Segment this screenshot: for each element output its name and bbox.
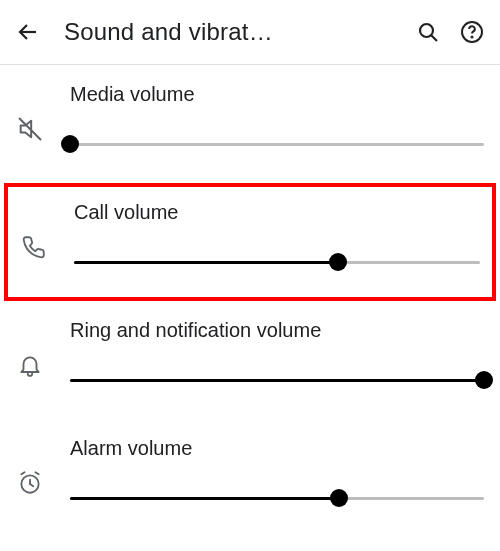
- volume-row-media: Media volume: [0, 65, 500, 183]
- slider-thumb[interactable]: [475, 371, 493, 389]
- app-header: Sound and vibrat…: [0, 0, 500, 64]
- slider-thumb[interactable]: [329, 253, 347, 271]
- svg-line-9: [21, 472, 24, 474]
- slider-fill: [70, 379, 484, 382]
- volume-slider-media[interactable]: [70, 134, 484, 154]
- volume-slider-call[interactable]: [74, 252, 480, 272]
- volume-slider-ring[interactable]: [70, 370, 484, 390]
- volume-slider-alarm[interactable]: [70, 488, 484, 508]
- volume-content-media: Media volume: [70, 83, 484, 154]
- page-title: Sound and vibrat…: [64, 18, 273, 46]
- alarm-icon: [16, 469, 44, 497]
- volume-row-call: Call volume: [4, 183, 496, 301]
- svg-line-10: [35, 472, 38, 474]
- search-button[interactable]: [416, 20, 440, 44]
- help-button[interactable]: [460, 20, 484, 44]
- svg-line-8: [30, 484, 33, 486]
- bell-icon: [16, 351, 44, 379]
- phone-icon: [20, 233, 48, 261]
- slider-fill: [74, 261, 338, 264]
- slider-fill: [70, 497, 339, 500]
- volume-label-alarm: Alarm volume: [70, 437, 484, 460]
- media-mute-icon: [16, 115, 44, 143]
- slider-thumb[interactable]: [330, 489, 348, 507]
- back-button[interactable]: [16, 20, 40, 44]
- volume-content-alarm: Alarm volume: [70, 437, 484, 508]
- svg-point-4: [471, 36, 472, 37]
- svg-line-2: [431, 35, 437, 41]
- volume-label-media: Media volume: [70, 83, 484, 106]
- volume-row-ring: Ring and notification volume: [0, 301, 500, 419]
- svg-point-1: [420, 24, 433, 37]
- slider-thumb[interactable]: [61, 135, 79, 153]
- volume-row-alarm: Alarm volume: [0, 419, 500, 537]
- volume-content-call: Call volume: [74, 201, 480, 272]
- volume-label-ring: Ring and notification volume: [70, 319, 484, 342]
- volume-label-call: Call volume: [74, 201, 480, 224]
- slider-track: [70, 143, 484, 146]
- volume-content-ring: Ring and notification volume: [70, 319, 484, 390]
